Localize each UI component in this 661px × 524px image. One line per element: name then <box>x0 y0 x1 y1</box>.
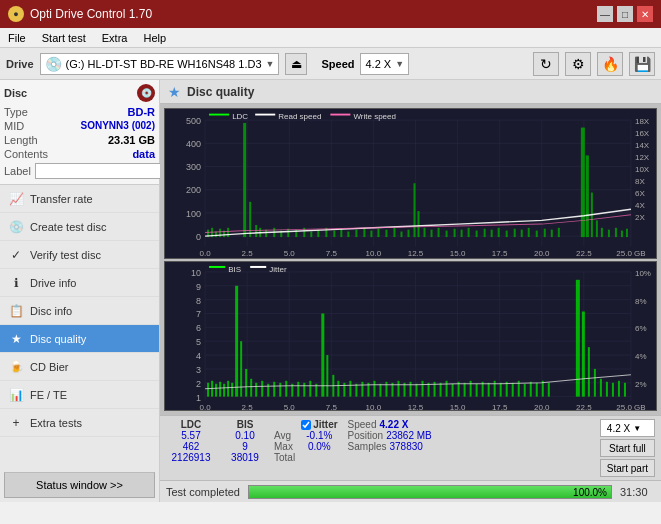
svg-text:7: 7 <box>196 309 201 319</box>
nav-item-verify-test-disc[interactable]: ✓ Verify test disc <box>0 241 159 269</box>
drive-info-label: Drive info <box>30 277 76 289</box>
svg-rect-220 <box>536 382 538 396</box>
svg-text:17.5: 17.5 <box>492 249 508 258</box>
svg-rect-225 <box>588 347 590 397</box>
svg-rect-176 <box>273 381 275 396</box>
svg-text:2.5: 2.5 <box>242 402 254 410</box>
ldc-avg: 5.57 <box>166 430 216 441</box>
burn-button[interactable]: 🔥 <box>597 52 623 76</box>
cd-bier-label: CD Bier <box>30 361 69 373</box>
samples-label: Samples <box>348 441 387 452</box>
speed-stat-val: 4.22 X <box>380 419 409 430</box>
svg-text:300: 300 <box>186 163 201 173</box>
svg-rect-187 <box>337 380 339 396</box>
svg-rect-168 <box>231 382 233 396</box>
maximize-button[interactable]: □ <box>617 6 633 22</box>
svg-rect-173 <box>255 382 257 396</box>
nav-item-disc-info[interactable]: 📋 Disc info <box>0 297 159 325</box>
verify-test-disc-icon: ✓ <box>8 247 24 263</box>
svg-rect-178 <box>285 380 287 396</box>
app-icon: ● <box>8 6 24 22</box>
start-full-button[interactable]: Start full <box>600 439 655 457</box>
menu-extra[interactable]: Extra <box>94 30 136 46</box>
svg-rect-174 <box>261 380 263 396</box>
nav-item-fe-te[interactable]: 📊 FE / TE <box>0 381 159 409</box>
svg-rect-75 <box>377 229 379 237</box>
svg-text:22.5: 22.5 <box>576 249 592 258</box>
app-title: Opti Drive Control 1.70 <box>30 7 152 21</box>
svg-rect-214 <box>500 382 502 396</box>
jitter-avg: -0.1% <box>301 430 337 441</box>
svg-rect-169 <box>235 285 238 396</box>
svg-text:4%: 4% <box>635 352 647 361</box>
samples-val: 378830 <box>389 441 422 452</box>
drive-bar: Drive 💿 (G:) HL-DT-ST BD-RE WH16NS48 1.D… <box>0 48 661 80</box>
svg-rect-56 <box>243 123 246 237</box>
settings-button[interactable]: ⚙ <box>565 52 591 76</box>
bis-column: BIS 0.10 9 38019 <box>224 419 266 477</box>
svg-rect-206 <box>452 383 454 396</box>
fe-te-label: FE / TE <box>30 389 67 401</box>
label-input[interactable] <box>35 163 168 179</box>
svg-rect-57 <box>249 202 251 237</box>
jitter-checkbox[interactable] <box>301 420 311 430</box>
svg-text:500: 500 <box>186 116 201 126</box>
svg-rect-222 <box>548 382 550 396</box>
svg-text:4: 4 <box>196 351 201 361</box>
save-button[interactable]: 💾 <box>629 52 655 76</box>
disc-icon: 💿 <box>137 84 155 102</box>
refresh-button[interactable]: ↻ <box>533 52 559 76</box>
svg-rect-87 <box>461 230 463 237</box>
svg-text:200: 200 <box>186 186 201 196</box>
svg-text:12.5: 12.5 <box>408 249 424 258</box>
mid-key: MID <box>4 120 24 132</box>
create-test-disc-label: Create test disc <box>30 221 106 233</box>
transfer-rate-icon: 📈 <box>8 191 24 207</box>
svg-text:16X: 16X <box>635 129 649 138</box>
svg-rect-108 <box>621 231 623 237</box>
svg-rect-66 <box>310 232 312 238</box>
bis-max: 9 <box>224 441 266 452</box>
eject-button[interactable]: ⏏ <box>285 53 307 75</box>
svg-text:5.0: 5.0 <box>284 249 295 258</box>
nav-item-drive-info[interactable]: ℹ Drive info <box>0 269 159 297</box>
minimize-button[interactable]: — <box>597 6 613 22</box>
svg-rect-97 <box>536 231 538 237</box>
speed-combo[interactable]: 4.2 X ▼ <box>600 419 655 437</box>
svg-text:5.0: 5.0 <box>284 402 296 410</box>
close-button[interactable]: ✕ <box>637 6 653 22</box>
nav-item-extra-tests[interactable]: + Extra tests <box>0 409 159 437</box>
disc-info-label: Disc info <box>30 305 72 317</box>
svg-rect-182 <box>309 380 311 396</box>
nav-item-transfer-rate[interactable]: 📈 Transfer rate <box>0 185 159 213</box>
svg-text:20.0: 20.0 <box>534 402 550 410</box>
svg-text:15.0: 15.0 <box>450 402 466 410</box>
svg-rect-224 <box>582 311 585 396</box>
nav-item-create-test-disc[interactable]: 💿 Create test disc <box>0 213 159 241</box>
nav-item-disc-quality[interactable]: ★ Disc quality <box>0 325 159 353</box>
svg-rect-92 <box>498 228 500 237</box>
speed-section: Speed 4.22 X Position 23862 MB Samples 3… <box>348 419 432 477</box>
nav-item-cd-bier[interactable]: 🍺 CD Bier <box>0 353 159 381</box>
stats-bar: LDC 5.57 462 2126913 BIS 0.10 9 38019 H … <box>160 415 661 480</box>
menu-start-test[interactable]: Start test <box>34 30 94 46</box>
drive-select[interactable]: 💿 (G:) HL-DT-ST BD-RE WH16NS48 1.D3 ▼ <box>40 53 280 75</box>
svg-rect-180 <box>297 381 299 396</box>
svg-text:8%: 8% <box>635 296 647 305</box>
svg-text:10.0: 10.0 <box>366 249 382 258</box>
menu-help[interactable]: Help <box>135 30 174 46</box>
title-bar: ● Opti Drive Control 1.70 — □ ✕ <box>0 0 661 28</box>
cd-bier-icon: 🍺 <box>8 359 24 375</box>
status-window-button[interactable]: Status window >> <box>4 472 155 498</box>
speed-select[interactable]: 4.2 X ▼ <box>360 53 409 75</box>
svg-text:0.0: 0.0 <box>200 402 212 410</box>
svg-rect-109 <box>626 229 628 237</box>
disc-quality-label: Disc quality <box>30 333 86 345</box>
menu-file[interactable]: File <box>0 30 34 46</box>
status-text: Test completed <box>166 486 240 498</box>
svg-text:6: 6 <box>196 323 201 333</box>
start-part-button[interactable]: Start part <box>600 459 655 477</box>
svg-rect-177 <box>279 382 281 396</box>
content-area: ★ Disc quality <box>160 80 661 502</box>
svg-rect-167 <box>227 380 229 396</box>
